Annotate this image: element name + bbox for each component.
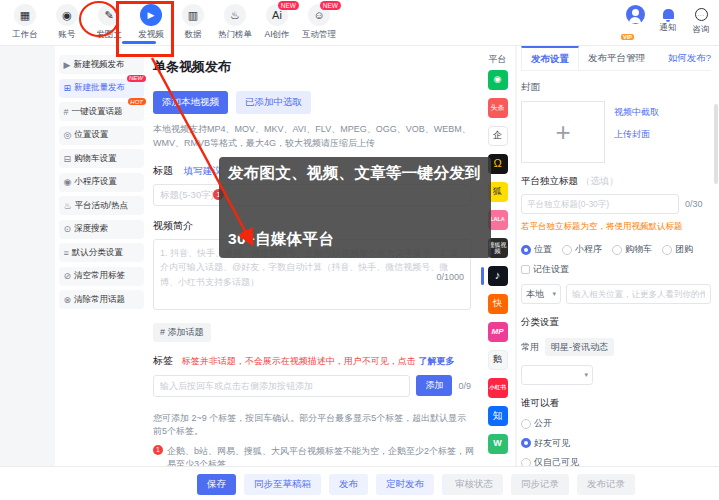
tab-publish-settings[interactable]: 发布设置 — [521, 46, 579, 70]
sidebar-item-label: 位置设置 — [74, 129, 108, 141]
save-button[interactable]: 保存 — [197, 474, 236, 495]
upload-cover-link[interactable]: 上传封面 — [614, 128, 659, 141]
sidebar-item-cart-setting[interactable]: ⊟ 购物车设置 — [59, 149, 144, 168]
category-select[interactable]: ▾ — [521, 365, 593, 385]
user-avatar[interactable]: VIP — [623, 5, 647, 36]
audit-status-button[interactable]: 审核状态 — [445, 474, 503, 495]
nav-item-ai-create[interactable]: Ai AI创作 NEW — [256, 4, 298, 45]
title-suggestion-link[interactable]: 填写建议 — [184, 165, 222, 176]
nav-label: 数据 — [185, 29, 202, 41]
description-counter: 0/1000 — [436, 272, 464, 282]
sidebar-item-clear-tags[interactable]: ⊘ 清空常用标签 — [59, 267, 144, 286]
panel-scrollbar[interactable] — [714, 104, 718, 184]
common-label: 常用 — [521, 341, 539, 354]
sidebar-item-default-category[interactable]: ≡ 默认分类设置 — [59, 243, 144, 262]
sidebar-item-clear-topics[interactable]: ⊗ 清除常用话题 — [59, 290, 144, 309]
sync-to-draft-button[interactable]: 同步至草稿箱 — [244, 474, 321, 495]
how-to-publish-link[interactable]: 如何发布? — [668, 46, 711, 70]
tag-add-button[interactable]: 添加 — [416, 375, 452, 396]
pick-from-added-button[interactable]: 已添加中选取 — [236, 91, 311, 114]
radio-label: 小程序 — [575, 243, 602, 256]
radio-dot — [521, 245, 531, 255]
nav-item-data[interactable]: ▥ 数据 — [172, 4, 214, 45]
sidebar-item-topic-setting[interactable]: # 一键设置话题 HOT — [59, 102, 144, 121]
new-badge: NEW — [127, 75, 146, 82]
radio-groupbuy[interactable]: 团购 — [662, 243, 693, 256]
nav-item-post-video[interactable]: ▶ 发视频 — [130, 4, 172, 45]
capture-from-video-link[interactable]: 视频中截取 — [614, 106, 659, 119]
publish-record-button[interactable]: 发布记录 — [577, 474, 635, 495]
tab-platform-manage[interactable]: 发布平台管理 — [579, 46, 654, 70]
common-category-chip[interactable]: 明星-资讯动态 — [545, 338, 614, 356]
add-local-video-button[interactable]: 添加本地视频 — [153, 91, 228, 114]
platform-row[interactable]: W — [480, 430, 515, 458]
platform-row[interactable]: 知 — [480, 402, 515, 430]
location-type-select[interactable]: 本地 ▾ — [521, 284, 561, 304]
nav-item-interaction[interactable]: ☺ 互动管理 NEW — [298, 4, 340, 45]
vip-badge: VIP — [621, 34, 634, 40]
radio-label: 公开 — [534, 417, 552, 430]
miniprogram-icon: ◉ — [64, 177, 72, 187]
page-title: 单条视频发布 — [153, 58, 470, 76]
platform-row[interactable]: 鹅 — [480, 346, 515, 374]
sidebar-item-label: 深度搜索 — [74, 223, 108, 235]
settings-panel: 发布设置 发布平台管理 如何发布? 封面 + 视频中截取 上传封面 平台独立标题… — [517, 46, 719, 466]
timed-publish-button[interactable]: 定时发布 — [376, 474, 434, 495]
chevron-down-icon: ▾ — [552, 290, 556, 298]
sidebar-item-label: 一键设置话题 — [72, 106, 123, 118]
location-input[interactable] — [566, 284, 711, 304]
video-icon: ▶ — [64, 60, 71, 70]
publish-button[interactable]: 发布 — [329, 474, 368, 495]
sidebar-item-label: 新建批量发布 — [74, 82, 125, 94]
nav-item-account[interactable]: ◉ 账号 — [46, 4, 88, 45]
radio-label: 购物车 — [625, 243, 652, 256]
tag-input[interactable] — [153, 375, 410, 397]
sidebar-item-deep-search[interactable]: ⊙ 深度搜索 — [59, 220, 144, 239]
radio-public[interactable]: 公开 — [521, 417, 711, 430]
platform-row[interactable]: MP — [480, 318, 515, 346]
green-platform-icon: W — [488, 434, 508, 454]
radio-cart[interactable]: 购物车 — [612, 243, 652, 256]
navbar-right: VIP 通知 ··· 咨询 — [623, 5, 713, 36]
radio-label: 位置 — [534, 243, 552, 256]
new-badge: NEW — [320, 1, 341, 10]
support-button[interactable]: ··· 咨询 — [689, 5, 713, 36]
add-topic-button[interactable]: # 添加话题 — [153, 323, 211, 342]
promo-tooltip-line1: 发布图文、视频、文章等一键分发到 — [228, 163, 482, 184]
sync-record-button[interactable]: 同步记录 — [511, 474, 569, 495]
platform-row[interactable]: 头条 — [480, 94, 515, 122]
sidebar-item-miniprogram-setting[interactable]: ◉ 小程序设置 — [59, 173, 144, 192]
platform-row[interactable]: 小红书 — [480, 374, 515, 402]
sidebar-item-activity-hot[interactable]: ♨ 平台活动/热点 — [59, 196, 144, 215]
batch-icon: ⊞ — [64, 83, 72, 93]
radio-friends-only[interactable]: 好友可见 — [521, 437, 711, 450]
sidebar-item-location-setting[interactable]: ◎ 位置设置 — [59, 126, 144, 145]
account-icon: ◉ — [56, 4, 78, 26]
sidebar-item-new-batch[interactable]: ⊞ 新建批量发布 NEW — [59, 79, 144, 98]
plus-icon: + — [555, 117, 570, 148]
notification-label: 通知 — [660, 22, 677, 34]
radio-miniprogram[interactable]: 小程序 — [562, 243, 602, 256]
radio-location[interactable]: 位置 — [521, 243, 552, 256]
nav-item-post-article[interactable]: ✎ 发图文 — [88, 4, 130, 45]
platform-row[interactable]: 快 — [480, 290, 515, 318]
sidebar-item-new-video[interactable]: ▶ 新建视频发布 — [59, 55, 144, 74]
notification-button[interactable]: 通知 — [656, 5, 680, 36]
workbench-icon: ▦ — [14, 4, 36, 26]
nav-item-workbench[interactable]: ▦ 工作台 — [4, 4, 46, 45]
independent-title-input[interactable] — [521, 194, 679, 214]
sidebar-item-label: 清除常用话题 — [74, 294, 125, 306]
remember-checkbox[interactable]: 记住设置 — [521, 263, 711, 276]
nav-item-hot-list[interactable]: ♨ 热门榜单 — [214, 4, 256, 45]
nav-label: 互动管理 — [302, 29, 336, 41]
platform-row[interactable]: ◉ — [480, 66, 515, 94]
platform-row-selected[interactable]: ♪ — [480, 262, 515, 290]
tag-learn-more-link[interactable]: 了解更多 — [419, 356, 455, 366]
platform-row[interactable]: 企 — [480, 122, 515, 150]
avatar — [626, 5, 645, 24]
left-sidebar: ▶ 新建视频发布 ⊞ 新建批量发布 NEW # 一键设置话题 HOT ◎ 位置设… — [55, 46, 147, 466]
promo-tooltip: 发布图文、视频、文章等一键分发到 30+自媒体平台 — [219, 157, 491, 258]
cover-upload-box[interactable]: + — [521, 101, 605, 163]
sidebar-item-label: 平台活动/热点 — [75, 200, 128, 212]
tag-label: 标签 — [153, 355, 173, 366]
